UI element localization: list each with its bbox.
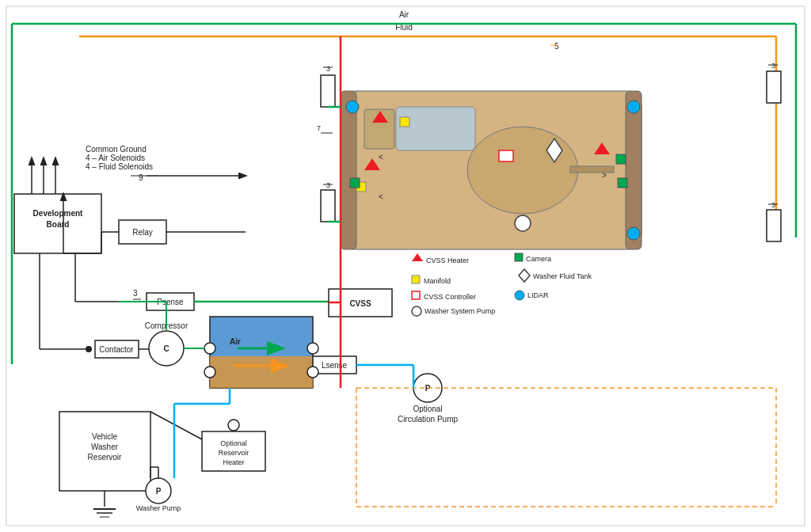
num9-label: 9 (139, 173, 143, 182)
contactor-label: Contactor (99, 345, 134, 354)
solenoid-left-bot (321, 190, 335, 222)
vehicle-left-track (341, 91, 356, 249)
heater-valve (228, 420, 239, 431)
legend-pump-label: Washer System Pump (425, 307, 495, 315)
legend-controller-label: CVSS Controller (424, 293, 476, 301)
solenoid-left-top (321, 75, 335, 107)
valve-right-air (307, 343, 318, 354)
vehicle-windshield (396, 107, 475, 150)
cvss-controller-vehicle (499, 150, 513, 162)
legend-cvss-heater-label: CVSS Heater (426, 256, 469, 264)
washer-pump-label: Washer Pump (136, 504, 181, 512)
dev-board-line1: Development (33, 209, 83, 218)
valve-left-air (204, 343, 215, 354)
air-solenoids-label: 4 – Air Solenoids (86, 154, 145, 162)
compressor-c-label: C (163, 344, 169, 353)
num3-sol-rt: 3 (771, 62, 775, 70)
svg-text:<: < (379, 192, 383, 201)
dev-board-line2: Board (47, 220, 70, 229)
lidar-front-right (627, 101, 640, 113)
opt-circ-pump-line1: Optional (413, 405, 442, 413)
reservoir-line2: Washer (91, 443, 119, 451)
svg-text:>: > (602, 171, 607, 180)
legend-camera-icon (515, 253, 523, 261)
camera-left (350, 178, 360, 188)
legend-lidar-icon (515, 291, 524, 300)
washer-pump-p: P (156, 487, 162, 496)
lsense-label: Lsense (322, 361, 348, 370)
solenoid-right-bot (767, 210, 781, 241)
relay-label: Relay (132, 228, 153, 237)
legend-camera-label: Camera (526, 255, 551, 263)
opt-circ-pump-line2: Circulation Pump (398, 415, 459, 424)
legend-manifold-label: Manifold (424, 277, 451, 285)
fluid-solenoids-label: 4 – Fluid Solenoids (86, 162, 153, 171)
camera-right (618, 178, 627, 188)
legend-manifold-icon (412, 276, 420, 283)
svg-text:<: < (379, 153, 383, 162)
legend-pump-icon (412, 306, 421, 316)
valve-left-fluid (204, 367, 215, 378)
vehicle-gun (570, 166, 614, 173)
lidar-front-left (346, 101, 359, 113)
legend-lidar-label: LIDAR (527, 291, 549, 299)
legend-controller-icon (412, 291, 420, 299)
num3-sol-rb: 3 (771, 201, 775, 209)
num3-psense: 3 (133, 289, 138, 298)
opt-heater-line2: Reservoir (219, 449, 249, 457)
num3-sol-lb: 3 (326, 181, 330, 189)
solenoid-right-top (767, 71, 781, 103)
opt-heater-line1: Optional (220, 439, 247, 447)
num7-label: 7 (317, 124, 321, 132)
reservoir-line3: Reservoir (88, 453, 122, 462)
air-label: Air (399, 10, 409, 19)
washer-system-pump-vehicle (515, 215, 531, 231)
reservoir-line1: Vehicle (92, 432, 118, 441)
valve-right-fluid (307, 367, 318, 378)
legend-fluid-tank-label: Washer Fluid Tank (533, 272, 592, 280)
vehicle-right-track (626, 91, 642, 249)
opt-heater-line3: Heater (223, 458, 244, 466)
air-tank-air-label: Air (230, 337, 241, 346)
front-manifold (400, 117, 409, 127)
num3-sol-lt: 3 (326, 65, 330, 73)
cvss-label: CVSS (349, 299, 371, 308)
common-ground-label: Common Ground (86, 145, 147, 154)
fluid-area (210, 356, 313, 388)
washer-reservoir-box (59, 412, 150, 491)
right-camera (616, 154, 626, 164)
lidar-rear-right (627, 227, 640, 240)
num5-label: 5 (554, 42, 559, 51)
vehicle-turret (467, 127, 578, 214)
